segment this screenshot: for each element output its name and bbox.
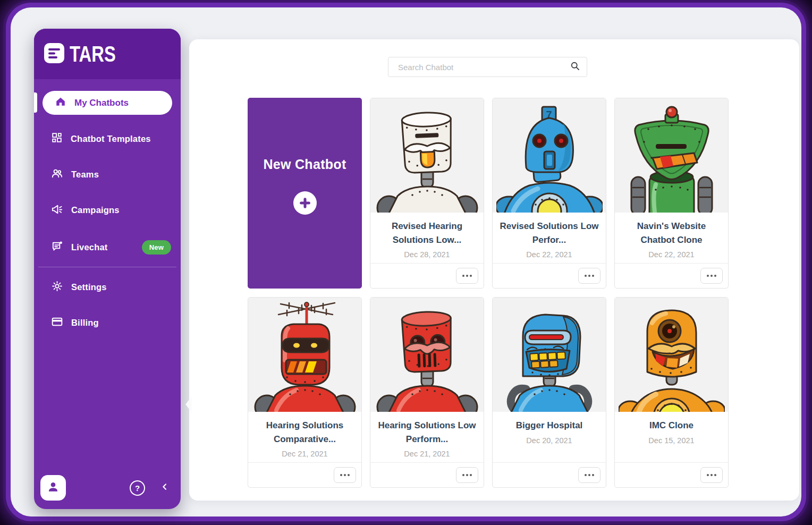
search-input[interactable] [397, 62, 570, 72]
new-chatbot-card[interactable]: New Chatbot [248, 98, 362, 289]
logo-text: TARS [70, 41, 116, 67]
sidebar-item-label: My Chatbots [74, 98, 129, 108]
sidebar-item-label: Campaigns [71, 205, 120, 215]
search-icon[interactable] [570, 61, 580, 73]
logo-band: TARS [34, 29, 181, 79]
chatbot-title: IMC Clone [621, 419, 722, 433]
chatbot-card[interactable]: Hearing Solutions Comparative... Dec 21,… [248, 297, 362, 488]
sidebar-item-settings[interactable]: Settings [43, 275, 172, 299]
chatbot-card[interactable]: Revised Hearing Solutions Low... Dec 28,… [370, 98, 484, 289]
sidebar-item-chatbot-templates[interactable]: Chatbot Templates [43, 127, 172, 150]
chatbot-card[interactable]: IMC Clone Dec 15, 2021 [614, 297, 729, 488]
search-box [388, 57, 587, 77]
chatbot-date: Dec 28, 2021 [377, 250, 477, 259]
robot-illustration [370, 298, 484, 412]
plus-icon [293, 191, 317, 215]
chatbot-title: Revised Hearing Solutions Low... [377, 219, 477, 247]
sidebar-divider [38, 267, 176, 267]
question-icon: ? [135, 484, 140, 493]
card-menu-button[interactable] [456, 467, 478, 483]
help-button[interactable]: ? [130, 480, 145, 496]
sidebar-item-teams[interactable]: Teams [43, 163, 172, 186]
robot-illustration [370, 98, 484, 213]
chatbot-title: Hearing Solutions Low Perform... [377, 419, 477, 446]
sidebar-footer: ? [40, 474, 169, 502]
chatbot-grid: New Chatbot Revised Hearing Solutions Lo… [248, 98, 729, 488]
sidebar-item-my-chatbots[interactable]: My Chatbots [43, 91, 172, 115]
chatbot-title: Bigger Hospital [499, 419, 599, 433]
card-menu-button[interactable] [700, 268, 723, 284]
sidebar-nav: My Chatbots Chatbot Templates [34, 79, 181, 334]
card-menu-button[interactable] [700, 467, 723, 483]
sidebar-item-label: Settings [71, 282, 107, 292]
chatbot-date: Dec 20, 2021 [499, 436, 599, 445]
sidebar-item-billing[interactable]: Billing [43, 311, 172, 334]
main-content-panel: New Chatbot Revised Hearing Solutions Lo… [189, 39, 799, 501]
chatbot-title: Revised Solutions Low Perfor... [499, 219, 599, 247]
card-menu-button[interactable] [578, 268, 600, 284]
chatbot-title: Navin's Website Chatbot Clone [621, 219, 722, 247]
sidebar-item-label: Livechat [71, 242, 108, 252]
robot-illustration: 7 [493, 98, 606, 213]
collapse-sidebar-button[interactable] [160, 482, 169, 493]
billing-card-icon [51, 316, 63, 330]
sidebar-item-campaigns[interactable]: Campaigns [43, 198, 172, 222]
card-menu-button[interactable] [334, 467, 356, 483]
card-menu-button[interactable] [456, 268, 478, 284]
sidebar-item-label: Billing [71, 318, 99, 328]
livechat-icon [51, 240, 63, 255]
active-indicator [34, 92, 37, 113]
home-icon [55, 96, 66, 110]
robot-illustration [615, 98, 728, 213]
chatbot-card[interactable]: Hearing Solutions Low Perform... Dec 21,… [370, 297, 484, 488]
chatbot-date: Dec 22, 2021 [499, 250, 599, 259]
templates-grid-icon [51, 132, 63, 146]
tars-chat-lines-icon [44, 43, 65, 66]
panel-notch[interactable] [184, 396, 192, 412]
chatbot-card[interactable]: Navin's Website Chatbot Clone Dec 22, 20… [614, 98, 729, 289]
chatbot-title: Hearing Solutions Comparative... [255, 419, 355, 446]
new-chatbot-label: New Chatbot [263, 157, 346, 172]
chatbot-card[interactable]: 7 Revised Solutions Low Perfor... Dec 22… [492, 98, 606, 289]
sidebar: TARS My Chatbots Chatbot Templates [34, 29, 181, 509]
user-avatar-icon [46, 480, 60, 496]
megaphone-icon [51, 203, 63, 217]
robot-illustration [248, 298, 361, 412]
chatbot-date: Dec 15, 2021 [621, 436, 722, 445]
teams-icon [51, 167, 63, 182]
robot-illustration [615, 298, 728, 412]
new-badge: New [142, 240, 171, 255]
user-avatar-button[interactable] [40, 475, 66, 501]
chatbot-date: Dec 22, 2021 [621, 250, 722, 259]
sidebar-item-label: Chatbot Templates [71, 134, 151, 144]
robot-illustration [493, 298, 606, 412]
chevron-left-icon [160, 482, 169, 493]
chatbot-date: Dec 21, 2021 [377, 450, 477, 458]
app-window: TARS My Chatbots Chatbot Templates [11, 7, 801, 516]
sidebar-item-label: Teams [71, 170, 99, 180]
chatbot-card[interactable]: Bigger Hospital Dec 20, 2021 [492, 297, 606, 488]
sidebar-item-livechat[interactable]: Livechat New [43, 235, 172, 259]
card-menu-button[interactable] [578, 467, 600, 483]
gear-icon [51, 280, 63, 294]
chatbot-date: Dec 21, 2021 [255, 450, 355, 458]
